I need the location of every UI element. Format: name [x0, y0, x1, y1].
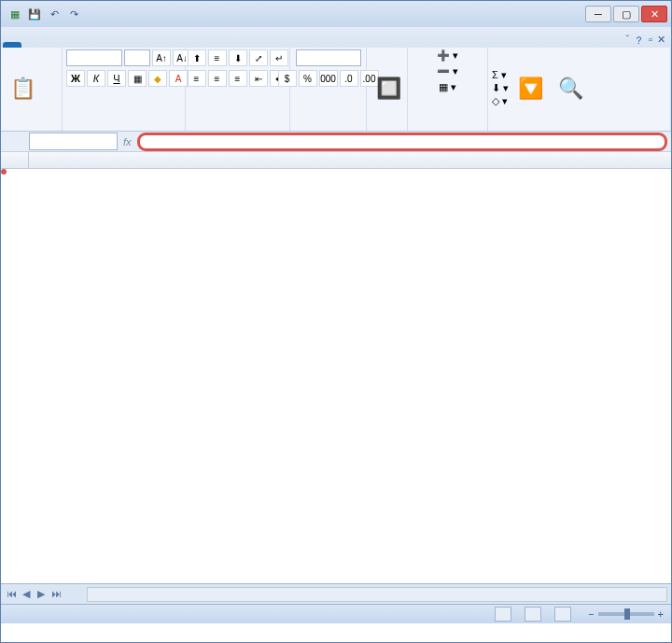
group-align	[189, 127, 286, 129]
binoculars-icon: 🔍	[558, 77, 583, 101]
save-icon[interactable]: 💾	[26, 6, 43, 22]
currency-icon[interactable]: $	[278, 70, 297, 87]
group-styles	[371, 127, 403, 129]
format-cells[interactable]: ▦ ▾	[439, 81, 456, 93]
sort-icon: 🔽	[518, 77, 543, 101]
align-right-icon[interactable]: ≡	[229, 70, 247, 87]
font-size[interactable]	[124, 49, 150, 66]
orientation-icon[interactable]: ⤢	[249, 49, 268, 66]
grow-font-icon[interactable]: A↑	[152, 49, 171, 66]
indent-dec-icon[interactable]: ⇤	[249, 70, 268, 87]
horizontal-scrollbar[interactable]	[87, 587, 667, 602]
window-restore-icon[interactable]: ▫	[649, 34, 652, 48]
fill-color-button[interactable]: ◆	[148, 70, 167, 87]
paste-button[interactable]: 📋	[5, 75, 41, 103]
clear-button[interactable]: ◇ ▾	[492, 95, 509, 107]
name-box[interactable]	[29, 133, 118, 150]
select-all-corner[interactable]	[1, 152, 29, 168]
clipboard-icon: 📋	[10, 77, 35, 101]
zoom-out-icon[interactable]: −	[588, 608, 594, 620]
tab-last-icon[interactable]: ⏭	[49, 588, 63, 601]
undo-icon[interactable]: ↶	[46, 6, 63, 22]
font-select[interactable]	[66, 49, 122, 66]
view-normal-icon[interactable]	[495, 607, 511, 622]
group-font	[66, 127, 181, 129]
ribbon-tabs: ˇ ？ ▫ ✕	[1, 27, 671, 48]
wrap-icon[interactable]: ↵	[270, 49, 288, 66]
tab-next-icon[interactable]: ▶	[35, 588, 48, 601]
maximize-button[interactable]: ▢	[613, 6, 639, 22]
group-edit	[492, 127, 666, 129]
close-button[interactable]: ✕	[641, 6, 667, 22]
percent-icon[interactable]: %	[299, 70, 317, 87]
title-bar: ▦ 💾 ↶ ↷ ─ ▢ ✕	[1, 1, 671, 27]
fx-icon[interactable]: fx	[123, 136, 132, 147]
align-left-icon[interactable]: ≡	[188, 70, 206, 87]
redo-icon[interactable]: ↷	[65, 6, 82, 22]
delete-cells[interactable]: ➖ ▾	[437, 65, 458, 77]
align-center-icon[interactable]: ≡	[208, 70, 227, 87]
comma-icon[interactable]: 000	[319, 70, 338, 87]
italic-button[interactable]: К	[87, 70, 105, 87]
view-break-icon[interactable]	[554, 607, 571, 622]
highlight-box	[1, 169, 7, 175]
help-icon[interactable]: ？	[634, 34, 644, 48]
underline-button[interactable]: Ч	[107, 70, 126, 87]
view-layout-icon[interactable]	[525, 607, 541, 622]
insert-cells[interactable]: ➕ ▾	[437, 49, 458, 62]
number-format[interactable]	[296, 49, 361, 66]
fill-button[interactable]: ⬇ ▾	[492, 82, 509, 94]
align-top-icon[interactable]: ⬆	[188, 49, 206, 66]
sheet-tab-bar: ⏮ ◀ ▶ ⏭	[1, 583, 671, 604]
tab-first-icon[interactable]: ⏮	[5, 588, 18, 601]
group-clipboard	[5, 127, 58, 129]
group-number	[294, 127, 362, 129]
minimize-ribbon-icon[interactable]: ˇ	[625, 34, 629, 48]
worksheet-grid[interactable]	[1, 152, 671, 583]
styles-icon: 🔲	[376, 77, 401, 101]
excel-icon: ▦	[7, 6, 23, 22]
ribbon: 📋 A↑A↓ ЖКЧ▦◆A ⬆≡⬇⤢↵ ≡≡≡⇤⬌ $%000.0.00	[1, 48, 671, 132]
sort-filter-button[interactable]: 🔽	[512, 75, 549, 103]
formula-bar[interactable]	[137, 133, 667, 151]
tab-prev-icon[interactable]: ◀	[20, 588, 33, 601]
autosum-button[interactable]: Σ ▾	[492, 69, 509, 81]
find-select-button[interactable]: 🔍	[553, 75, 589, 103]
align-mid-icon[interactable]: ≡	[208, 49, 227, 66]
zoom-in-icon[interactable]: +	[658, 608, 664, 620]
inc-dec-icon[interactable]: .0	[340, 70, 358, 87]
border-button[interactable]: ▦	[128, 70, 147, 87]
group-cells	[412, 127, 483, 129]
zoom-slider[interactable]	[598, 612, 654, 616]
minimize-button[interactable]: ─	[585, 6, 611, 22]
window-close-icon[interactable]: ✕	[657, 34, 665, 48]
font-color-button[interactable]: A	[169, 70, 188, 87]
align-bot-icon[interactable]: ⬇	[229, 49, 247, 66]
styles-button[interactable]: 🔲	[371, 75, 407, 103]
bold-button[interactable]: Ж	[66, 70, 85, 87]
status-bar: − +	[1, 604, 671, 623]
